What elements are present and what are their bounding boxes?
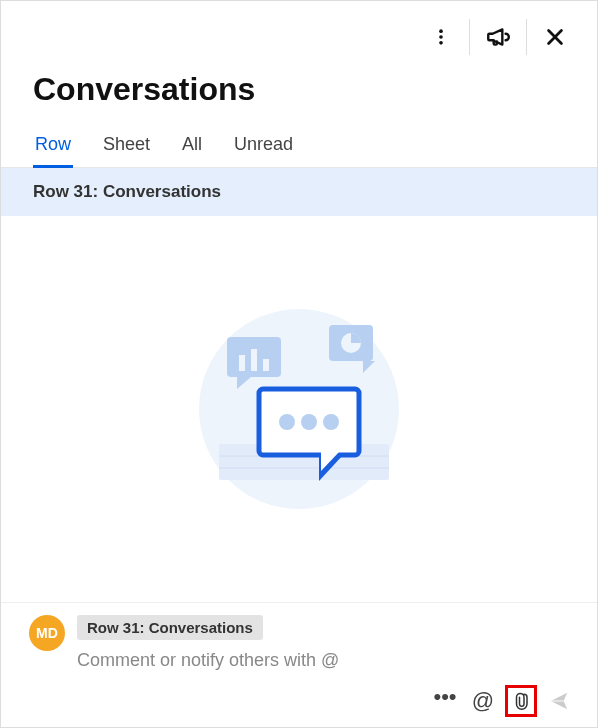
mention-button[interactable]: @ (467, 685, 499, 717)
tab-all[interactable]: All (180, 126, 204, 168)
svg-rect-12 (251, 349, 257, 371)
empty-state (1, 216, 597, 602)
chat-illustration-icon (169, 289, 429, 529)
context-chip[interactable]: Row 31: Conversations (77, 615, 263, 640)
comment-composer: MD Row 31: Conversations Comment or noti… (1, 602, 597, 727)
announcements-button[interactable] (474, 13, 522, 61)
tab-unread[interactable]: Unread (232, 126, 295, 168)
divider (469, 19, 470, 55)
divider (526, 19, 527, 55)
vertical-dots-icon (431, 27, 451, 47)
megaphone-icon (485, 24, 511, 50)
attach-file-button[interactable] (505, 685, 537, 717)
more-menu-button[interactable] (417, 13, 465, 61)
at-icon: @ (472, 688, 494, 714)
svg-point-2 (439, 41, 443, 45)
more-options-button[interactable]: ••• (429, 685, 461, 717)
svg-point-1 (439, 35, 443, 39)
page-title: Conversations (1, 61, 597, 126)
panel-top-actions (1, 1, 597, 61)
paperclip-icon (512, 690, 530, 712)
send-icon (548, 690, 570, 712)
row-context-header: Row 31: Conversations (1, 168, 597, 216)
svg-rect-13 (263, 359, 269, 371)
avatar: MD (29, 615, 65, 651)
comment-input[interactable]: Comment or notify others with @ (77, 648, 575, 681)
svg-rect-11 (239, 355, 245, 371)
svg-point-0 (439, 29, 443, 33)
composer-actions: ••• @ (29, 681, 575, 721)
svg-point-20 (279, 414, 295, 430)
send-button[interactable] (543, 685, 575, 717)
svg-point-22 (323, 414, 339, 430)
close-button[interactable] (531, 13, 579, 61)
svg-point-21 (301, 414, 317, 430)
tab-bar: Row Sheet All Unread (1, 126, 597, 168)
close-icon (544, 26, 566, 48)
tab-row[interactable]: Row (33, 126, 73, 168)
tab-sheet[interactable]: Sheet (101, 126, 152, 168)
